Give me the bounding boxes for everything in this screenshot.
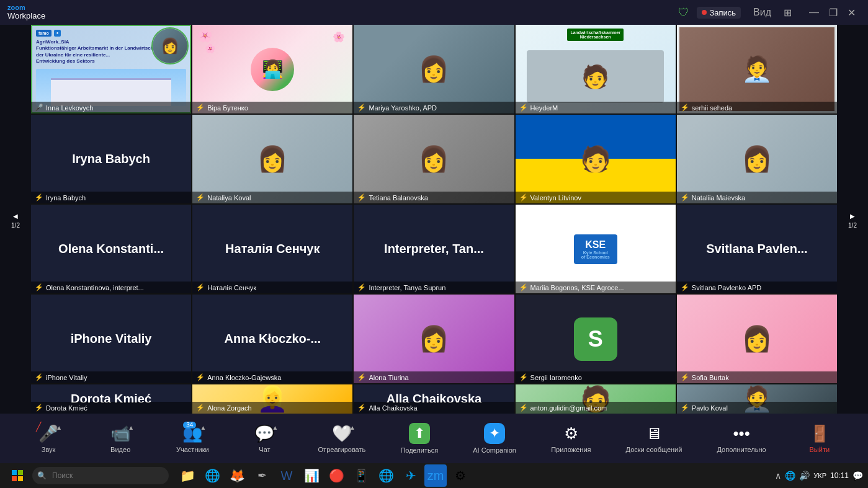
participant-cell-mariya[interactable]: 👩 ⚡ Mariya Yaroshko, APD <box>354 25 514 113</box>
participant-label-mariya: ⚡ Mariya Yaroshko, APD <box>354 102 514 113</box>
apps-button[interactable]: ⚙ Приложения <box>551 424 591 453</box>
participant-cell-anton[interactable]: 🧑 ⚡ anton.gulidin@gmail.com <box>516 384 676 414</box>
record-badge[interactable]: Запись <box>697 7 741 19</box>
participant-cell-iphone[interactable]: iPhone Vitaliy ⚡ iPhone Vitaliy <box>31 295 191 383</box>
participant-label-pavlo: ⚡ Pavlo Koval <box>677 402 837 414</box>
participant-name-valentyn: Valentyn Litvinov <box>530 194 581 202</box>
participant-name-sergii: Sergii Iaromenko <box>530 374 582 381</box>
taskbar-file-explorer[interactable]: 📁 <box>176 464 199 487</box>
taskbar-chrome[interactable]: 🔴 <box>325 464 347 487</box>
participant-cell-iryna[interactable]: Iryna Babych ⚡ Iryna Babych <box>31 115 191 203</box>
ai-companion-button[interactable]: ✦ AI Companion <box>473 423 516 454</box>
taskbar-app8[interactable]: 🌐 <box>375 464 397 487</box>
more-button[interactable]: ••• Дополнительно <box>717 424 766 453</box>
audio-button[interactable]: 🎤 ╱ ▲ Звук <box>30 424 67 453</box>
participants-arrow-icon[interactable]: ▲ <box>200 424 206 431</box>
participant-label-interpreter: ⚡ Interpreter, Tanya Suprun <box>354 282 514 293</box>
view-button[interactable]: Вид <box>748 6 776 19</box>
participant-name-olena: Olena Konstantinova, interpret... <box>46 284 144 291</box>
participant-cell-heyder[interactable]: LandwirtschaftskammerNiedersachsen 🧑 ⚡ H… <box>516 25 676 113</box>
participant-cell-dorota[interactable]: Dorota Kmieć ⚡ Dorota Kmieć <box>31 384 191 414</box>
participant-label-alona-z: ⚡ Alona Zorgach <box>192 402 352 414</box>
mute-icon-alla: ⚡ <box>357 404 366 412</box>
participant-cell-sofia[interactable]: 👩 ⚡ Sofia Burtak <box>677 295 837 383</box>
react-button[interactable]: 🤍 ▲ Отреагировать <box>318 424 366 453</box>
whiteboard-button[interactable]: 🖥 Доски сообщений <box>626 424 682 453</box>
participant-cell-interpreter[interactable]: Interpreter, Tan... ⚡ Interpreter, Tanya… <box>354 205 514 293</box>
taskbar-apps: 📁 🌐 🦊 ✒ W 📊 🔴 📱 🌐 ✈ zm ⚙ <box>176 464 772 487</box>
participant-label-anna: ⚡ Anna Kłoczko-Gajewska <box>192 371 352 383</box>
taskbar-word[interactable]: W <box>275 464 298 487</box>
chat-arrow-icon[interactable]: ▲ <box>272 424 279 431</box>
participant-name-nataliia: Nataliia Maievska <box>692 194 745 202</box>
participant-cell-anna[interactable]: Anna Kłoczko-... ⚡ Anna Kłoczko-Gajewska <box>192 295 352 383</box>
participant-name-alona-t: Alona Tiurina <box>369 374 408 381</box>
taskbar-telegram[interactable]: ✈ <box>400 464 422 487</box>
start-button[interactable] <box>5 466 30 486</box>
chat-button[interactable]: 💬 ▲ Чат <box>246 424 283 453</box>
more-label: Дополнительно <box>717 446 766 453</box>
participant-label-sofia: ⚡ Sofia Burtak <box>677 371 837 383</box>
react-label: Отреагировать <box>318 446 366 453</box>
next-page-button[interactable]: ▶ 1/2 <box>837 25 868 414</box>
tray-notification-icon[interactable]: 💬 <box>852 471 863 481</box>
participant-cell-alona-z[interactable]: 👱‍♀️ ⚡ Alona Zorgach <box>192 384 352 414</box>
taskbar-app6[interactable]: 📊 <box>300 464 323 487</box>
taskbar-settings[interactable]: ⚙ <box>449 464 472 487</box>
participant-cell-pavlo[interactable]: 🧑‍💼 ⚡ Pavlo Koval <box>677 384 837 414</box>
security-icon[interactable]: 🛡 <box>678 6 689 19</box>
share-icon: ⬆ <box>414 425 425 441</box>
participant-name-tetiana: Tetiana Balanovska <box>369 194 427 202</box>
participant-label-valentyn: ⚡ Valentyn Litvinov <box>516 192 676 203</box>
participant-large-name-iryna: Iryna Babych <box>67 152 155 166</box>
participant-name-interpreter: Interpreter, Tanya Suprun <box>369 284 445 291</box>
sergii-avatar: S <box>574 317 617 361</box>
react-arrow-icon[interactable]: ▲ <box>349 424 356 431</box>
participant-cell-alla[interactable]: Alla Chaikovska ⚡ Alla Chaikovska <box>354 384 514 414</box>
participant-name-alla: Alla Chaikovska <box>369 404 417 412</box>
video-arrow-icon[interactable]: ▲ <box>128 424 134 431</box>
taskbar-tray: ∧ 🌐 🔊 УКР 10:11 💬 <box>775 471 863 481</box>
taskbar-viber[interactable]: 📱 <box>350 464 372 487</box>
participant-cell-serhii[interactable]: 🧑‍💼 ⚡ serhii seheda <box>677 25 837 113</box>
tray-network-icon[interactable]: 🌐 <box>785 471 795 481</box>
participants-button[interactable]: 👥 34 ▲ Участники <box>174 424 211 453</box>
close-button[interactable]: ✕ <box>843 6 861 20</box>
participant-cell-nataliia[interactable]: 👩 ⚡ Nataliia Maievska <box>677 115 837 203</box>
leave-button[interactable]: 🚪 Выйти <box>801 424 838 453</box>
video-toggle-button[interactable]: 📹 ▲ Видео <box>102 424 139 453</box>
participant-cell-tetiana[interactable]: 👩 ⚡ Tetiana Balanovska <box>354 115 514 203</box>
taskbar-firefox[interactable]: 🦊 <box>226 464 248 487</box>
audio-arrow-icon[interactable]: ▲ <box>56 424 62 431</box>
participant-cell-olena[interactable]: Olena Konstanti... ⚡ Olena Konstantinova… <box>31 205 191 293</box>
maximize-button[interactable]: ❐ <box>824 6 843 20</box>
taskbar-zoom[interactable]: zm <box>424 464 447 487</box>
participant-cell-valentyn[interactable]: 🧑 ⚡ Valentyn Litvinov <box>516 115 676 203</box>
participant-cell-svitlana[interactable]: Svitlana Pavlen... ⚡ Svitlana Pavlenko A… <box>677 205 837 293</box>
participant-cell-vira[interactable]: 👩‍💻 🌸 🌸 🌸 ⚡ Віра Бутенко <box>192 25 352 113</box>
participant-cell-sergii[interactable]: S ⚡ Sergii Iaromenko <box>516 295 676 383</box>
mute-icon-pavlo: ⚡ <box>681 404 689 412</box>
participant-label-heyder: ⚡ HeyderM <box>516 102 676 113</box>
video-label: Видео <box>110 446 130 453</box>
whiteboard-icon: 🖥 <box>646 424 662 443</box>
tray-up-icon[interactable]: ∧ <box>775 471 781 481</box>
prev-page-button[interactable]: ◀ 1/2 <box>0 25 31 414</box>
taskbar-search-input[interactable] <box>32 467 169 484</box>
participant-cell-mariia[interactable]: KSE Kyiv Schoolof Economics ⚡ Mariia Bog… <box>516 205 676 293</box>
taskbar-inkscape[interactable]: ✒ <box>251 464 273 487</box>
minimize-button[interactable]: — <box>804 6 824 20</box>
participant-cell-nataliya[interactable]: 👩 ⚡ Nataliya Koval <box>192 115 352 203</box>
participant-cell-alona-t[interactable]: 👩 ⚡ Alona Tiurina <box>354 295 514 383</box>
participant-cell-natalia-senchuk[interactable]: Наталія Сенчук ⚡ Наталія Сенчук <box>192 205 352 293</box>
participants-count-badge: 34 <box>183 422 196 428</box>
participant-name-heyder: HeyderM <box>530 104 558 112</box>
mute-icon-anton: ⚡ <box>519 404 528 412</box>
taskbar-edge[interactable]: 🌐 <box>201 464 223 487</box>
share-button[interactable]: ⬆ Поделиться <box>400 423 438 454</box>
mute-icon-iphone: ⚡ <box>35 373 43 381</box>
participant-cell-inna[interactable]: famo ● AgriWork_SIAFunktionsfähiger Arbe… <box>31 25 191 113</box>
participant-label-iphone: ⚡ iPhone Vitaliy <box>31 371 191 383</box>
mic-icon-vira: ⚡ <box>196 104 205 112</box>
tray-speaker-icon[interactable]: 🔊 <box>799 471 810 481</box>
